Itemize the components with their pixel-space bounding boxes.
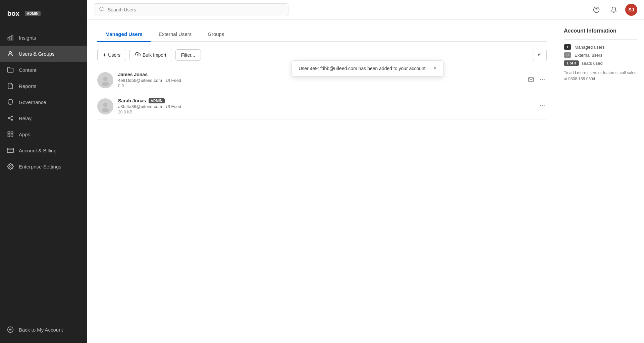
user-avatar [97,72,113,88]
notifications-button[interactable] [608,4,620,16]
svg-rect-13 [8,135,10,137]
tab-managed-users[interactable]: Managed Users [97,28,151,42]
svg-point-7 [11,116,12,117]
sidebar-item-account-billing[interactable]: Account & Billing [0,142,87,158]
help-button[interactable] [590,4,602,16]
sidebar-item-reports-label: Reports [19,83,37,89]
person-icon [7,50,14,57]
user-more-options-button[interactable] [538,75,547,85]
svg-rect-12 [11,132,13,134]
info-divider [564,39,637,40]
seats-row: 1 of 3 seats used [564,60,637,66]
plus-icon: + [103,52,106,58]
header: SJ [87,0,644,20]
user-avatar [97,98,113,114]
sidebar-item-relay[interactable]: Relay [0,110,87,126]
tab-external-users[interactable]: External Users [151,28,200,42]
sidebar-item-insights-label: Insights [19,35,36,41]
sidebar-item-users-groups[interactable]: Users & Groups [0,46,87,62]
gear-icon [7,163,14,170]
toast-close-button[interactable]: × [434,65,437,71]
managed-users-label: Managed users [575,45,605,50]
folder-icon [7,66,14,74]
sidebar-nav: Insights Users & Groups Content Reports [0,27,87,316]
user-more-options-button[interactable] [538,101,547,111]
sidebar-item-governance-label: Governance [19,99,46,105]
svg-text:box: box [7,9,19,17]
bulk-icon [135,52,141,58]
svg-rect-3 [10,36,11,40]
credit-card-icon [7,147,14,154]
sidebar: box ADMIN Insights Users & Groups Conten… [0,0,87,343]
header-actions: SJ [590,4,637,16]
user-actions [538,101,547,111]
svg-point-6 [8,117,9,118]
svg-line-9 [9,117,12,118]
search-bar[interactable] [94,3,288,16]
user-avatar-button[interactable]: SJ [625,4,637,16]
toast-message: User 4e91fdbb@uifeed.com has been added … [299,66,427,71]
managed-users-row: 1 Managed users [564,44,637,50]
user-storage: 20.8 KB [118,110,533,114]
sidebar-item-reports[interactable]: Reports [0,78,87,94]
svg-point-29 [102,82,109,85]
shield-icon [7,98,14,106]
svg-rect-14 [11,135,13,137]
sales-text: To add more users or features, call sale… [564,70,637,82]
add-users-button[interactable]: + Users [97,49,126,61]
document-icon [7,82,14,90]
user-email: 4e91fdbb@uifeed.com · UI Feed [118,78,522,83]
back-arrow-icon [7,326,14,333]
seats-label: seats used [582,61,603,66]
back-to-account-label: Back to My Account [19,327,63,333]
external-users-label: External users [575,53,602,58]
svg-point-30 [540,79,541,80]
sidebar-item-apps-label: Apps [19,132,30,137]
svg-point-36 [542,105,543,106]
svg-point-8 [11,119,12,120]
search-input[interactable] [108,7,283,12]
sidebar-item-enterprise-settings-label: Enterprise Settings [19,164,61,169]
tab-groups[interactable]: Groups [200,28,232,42]
toolbar: + Users Bulk Import Filter... [97,49,547,61]
svg-point-33 [103,103,108,107]
svg-point-35 [540,105,541,106]
svg-point-20 [100,7,103,11]
account-info-title: Account Information [564,28,637,34]
sidebar-logo: box ADMIN [0,0,87,27]
bar-chart-icon [7,34,14,41]
bulk-import-button[interactable]: Bulk Import [129,49,172,61]
search-icon [99,6,104,13]
svg-point-28 [103,77,108,81]
svg-rect-4 [12,35,13,40]
sidebar-item-users-groups-label: Users & Groups [19,51,55,57]
main-content: SJ Managed Users External Users Groups +… [87,0,644,343]
seats-badge: 1 of 3 [564,60,579,66]
svg-line-10 [9,118,12,119]
user-info: Sarah Jonas ADMIN a3bf4a36@uifeed.com · … [118,98,533,114]
external-users-count-badge: 0 [564,52,571,58]
send-message-button[interactable] [527,75,535,85]
managed-users-count-badge: 1 [564,44,571,50]
sidebar-item-apps[interactable]: Apps [0,126,87,142]
toast-notification: User 4e91fdbb@uifeed.com has been added … [291,60,444,77]
tabs-bar: Managed Users External Users Groups [97,28,547,42]
admin-badge: ADMIN [149,98,164,103]
filter-button[interactable]: Filter... [175,49,201,61]
external-users-row: 0 External users [564,52,637,58]
svg-point-34 [102,108,109,111]
svg-rect-15 [7,148,13,152]
sidebar-item-account-billing-label: Account & Billing [19,148,57,153]
sort-icon [537,52,542,57]
sidebar-item-content[interactable]: Content [0,62,87,78]
sidebar-item-governance[interactable]: Governance [0,94,87,110]
table-row: Sarah Jonas ADMIN a3bf4a36@uifeed.com · … [97,93,547,119]
side-panel: Account Information 1 Managed users 0 Ex… [557,20,644,343]
sidebar-item-enterprise-settings[interactable]: Enterprise Settings [0,158,87,175]
sort-button[interactable] [533,49,547,61]
svg-point-37 [544,105,545,106]
box-logo-icon: box [7,6,21,21]
back-to-account-button[interactable]: Back to My Account [0,322,87,338]
sidebar-item-insights[interactable]: Insights [0,30,87,46]
svg-rect-11 [8,132,10,134]
